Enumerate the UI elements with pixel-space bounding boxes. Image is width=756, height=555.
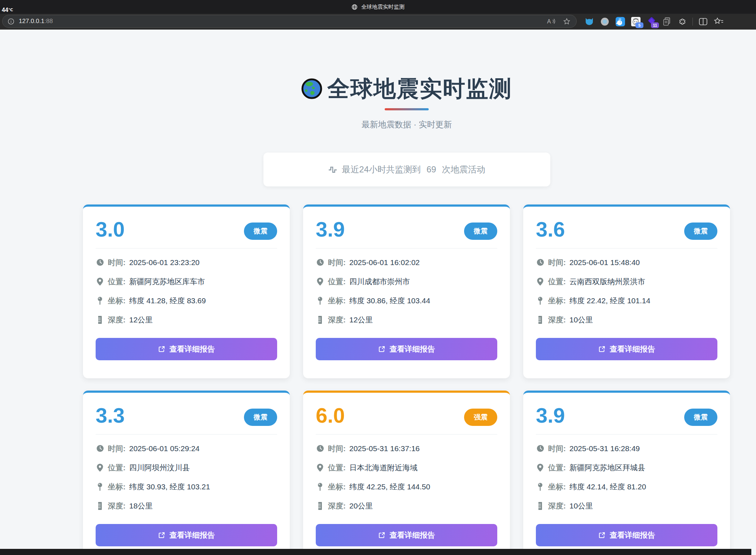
coordinates-value: 纬度 22.42, 经度 101.14	[569, 296, 650, 306]
meme-face-extension-icon[interactable]: 5	[630, 16, 641, 27]
location-value: 日本北海道附近海域	[349, 463, 418, 473]
location-label: 位置:	[108, 277, 126, 287]
favorite-star-icon[interactable]	[563, 18, 571, 25]
time-value: 2025-05-31 16:28:49	[569, 444, 640, 453]
depth-label: 深度:	[548, 315, 566, 325]
view-report-label: 查看详细报告	[170, 530, 215, 540]
depth-layers-icon	[536, 502, 545, 510]
view-report-button[interactable]: 查看详细报告	[96, 338, 277, 360]
time-label: 时间:	[328, 257, 346, 268]
time-value: 2025-05-31 16:37:16	[349, 444, 420, 453]
coordinates-value: 纬度 42.14, 经度 81.20	[569, 482, 646, 492]
page-title-text: 全球地震实时监测	[327, 76, 512, 101]
magnitude-value: 6.0	[316, 404, 345, 428]
time-label: 时间:	[548, 257, 566, 268]
location-label: 位置:	[328, 277, 346, 287]
earthquake-card: 3.3 微震 时间: 2025-06-01 05:29:24 位置: 四川阿坝州…	[83, 391, 290, 555]
view-report-button[interactable]: 查看详细报告	[96, 524, 277, 546]
browser-toolbar: 127.0.0.1:88 A	[0, 14, 756, 30]
copy-pages-icon[interactable]	[661, 16, 672, 27]
browser-titlebar: 全球地震实时监测	[0, 0, 756, 14]
time-value: 2025-06-01 16:02:02	[349, 258, 420, 267]
location-value: 新疆阿克苏地区库车市	[129, 277, 205, 287]
toolbar-separator	[692, 18, 693, 26]
external-link-icon	[598, 345, 606, 353]
time-label: 时间:	[108, 444, 126, 454]
url-text[interactable]: 127.0.0.1:88	[19, 18, 53, 25]
coordinates-label: 坐标:	[328, 482, 346, 492]
depth-layers-icon	[96, 316, 104, 324]
svg-text:A: A	[547, 18, 551, 25]
location-pin-icon	[316, 277, 324, 286]
earthquake-card: 3.9 微震 时间: 2025-06-01 16:02:02 位置: 四川成都市…	[303, 204, 510, 378]
view-report-label: 查看详细报告	[610, 344, 655, 354]
coordinates-label: 坐标:	[108, 482, 126, 492]
location-pin-icon	[96, 277, 104, 286]
card-divider	[316, 434, 497, 435]
depth-label: 深度:	[328, 315, 346, 325]
view-report-button[interactable]: 查看详细报告	[316, 524, 497, 546]
favorites-list-star-icon[interactable]	[713, 16, 724, 27]
stats-text-prefix: 最近24小时共监测到	[342, 164, 421, 175]
location-value: 四川成都市崇州市	[349, 277, 410, 287]
time-value: 2025-06-01 15:48:40	[569, 258, 640, 267]
coordinates-value: 纬度 42.25, 经度 144.50	[349, 482, 430, 492]
purple-diamond-extension-icon[interactable]: 11	[646, 16, 657, 27]
quake-level-badge: 微震	[244, 223, 277, 240]
browser-essentials-icon[interactable]	[677, 16, 688, 27]
time-label: 时间:	[328, 444, 346, 454]
activity-pulse-icon	[328, 165, 337, 174]
location-pin-icon	[536, 277, 545, 286]
window-title: 全球地震实时监测	[0, 0, 756, 14]
window-title-text: 全球地震实时监测	[361, 4, 405, 10]
split-screen-icon[interactable]	[698, 16, 708, 27]
coordinates-value: 纬度 41.28, 经度 83.69	[129, 296, 206, 306]
earthquake-card: 3.0 微震 时间: 2025-06-01 23:23:20 位置: 新疆阿克苏…	[83, 204, 290, 378]
coordinates-label: 坐标:	[108, 296, 126, 306]
location-label: 位置:	[108, 463, 126, 473]
magnitude-value: 3.3	[96, 404, 125, 428]
location-pin-icon	[316, 463, 324, 472]
read-aloud-icon[interactable]: A	[547, 18, 556, 25]
magnitude-value: 3.6	[536, 217, 565, 242]
external-link-icon	[158, 532, 165, 539]
coordinates-label: 坐标:	[548, 482, 566, 492]
view-report-label: 查看详细报告	[390, 530, 435, 540]
external-link-icon	[598, 532, 606, 539]
temperature-widget: 44℃	[2, 7, 13, 13]
site-info-icon[interactable]	[8, 18, 14, 25]
time-value: 2025-06-01 05:29:24	[129, 444, 200, 453]
quake-level-badge: 强震	[464, 409, 497, 426]
stats-card: 最近24小时共监测到 69 次地震活动	[263, 153, 550, 186]
temperature-value: 44	[2, 7, 8, 13]
location-pin-icon	[536, 463, 545, 472]
earthquake-card: 3.6 微震 时间: 2025-06-01 15:48:40 位置: 云南西双版…	[523, 204, 730, 378]
depth-label: 深度:	[108, 315, 126, 325]
coordinates-label: 坐标:	[548, 296, 566, 306]
card-divider	[96, 248, 277, 248]
earthquake-card: 6.0 强震 时间: 2025-05-31 16:37:16 位置: 日本北海道…	[303, 391, 510, 555]
magnitude-value: 3.9	[536, 404, 565, 428]
coordinates-pin-icon	[536, 296, 545, 305]
page-subtitle: 最新地震数据 · 实时更新	[83, 119, 730, 130]
clock-icon	[96, 258, 104, 267]
external-link-icon	[378, 532, 385, 539]
clock-icon	[536, 444, 545, 453]
circle-extension-icon[interactable]	[599, 16, 610, 27]
page-footer-strip	[0, 549, 751, 555]
view-report-button[interactable]: 查看详细报告	[316, 338, 497, 360]
depth-label: 深度:	[328, 501, 346, 511]
depth-value: 12公里	[129, 315, 153, 325]
card-divider	[96, 434, 277, 435]
time-label: 时间:	[548, 444, 566, 454]
depth-value: 12公里	[349, 315, 373, 325]
bird-extension-icon[interactable]	[615, 16, 626, 27]
cat-extension-icon[interactable]	[584, 16, 595, 27]
view-report-label: 查看详细报告	[390, 344, 435, 354]
view-report-button[interactable]: 查看详细报告	[536, 524, 717, 546]
view-report-label: 查看详细报告	[170, 344, 215, 354]
quake-level-badge: 微震	[684, 223, 717, 240]
view-report-button[interactable]: 查看详细报告	[536, 338, 717, 360]
depth-value: 18公里	[129, 501, 153, 511]
address-bar[interactable]: 127.0.0.1:88 A	[2, 15, 577, 28]
